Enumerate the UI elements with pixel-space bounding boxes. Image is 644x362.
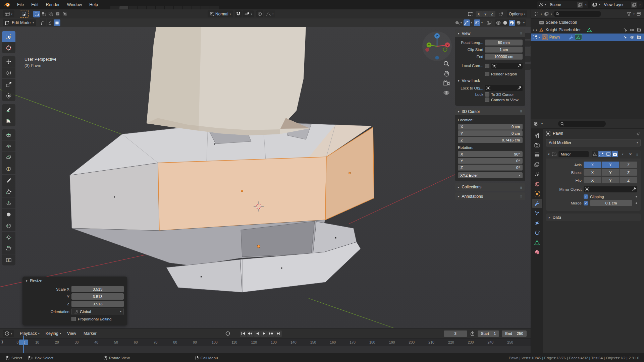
gizmo-x-neg-axis[interactable] — [425, 48, 429, 52]
collapse-icon[interactable]: ▾ — [548, 153, 550, 156]
snap-settings-dropdown[interactable]: ▾ — [243, 10, 254, 17]
hide-eye-icon[interactable] — [630, 28, 635, 32]
tool-shear[interactable] — [2, 243, 15, 254]
add-modifier-button[interactable]: Add Modifier ▾ — [546, 139, 641, 146]
menu-item[interactable]: Help — [86, 0, 102, 9]
mode-dropdown[interactable]: Edit Mode ▾ — [3, 19, 36, 26]
data-subpanel-header[interactable]: ▸ Data — [546, 214, 641, 221]
copy-scene-icon[interactable] — [577, 2, 583, 8]
show-in-viewport-toggle[interactable] — [605, 151, 611, 157]
tool-spin[interactable] — [2, 197, 15, 208]
current-frame-field[interactable]: 3 — [444, 330, 467, 337]
timeline-menu-item[interactable]: Playback▾ — [17, 329, 43, 338]
tab-render[interactable] — [532, 141, 542, 149]
tab-constraints[interactable] — [532, 228, 542, 237]
viewport-menu-item[interactable] — [63, 22, 70, 23]
display-mode-dropdown[interactable] — [533, 11, 539, 17]
tool-shrink-fatten[interactable] — [2, 232, 15, 243]
lock-to-object-field[interactable] — [485, 85, 523, 91]
workspace-tab[interactable] — [174, 6, 183, 9]
cursor-location-field[interactable]: X0 cm — [458, 124, 523, 130]
menu-item[interactable]: File — [13, 0, 28, 9]
eyedropper-icon[interactable] — [632, 187, 636, 191]
breadcrumb-object-name[interactable]: Pawn — [553, 131, 563, 136]
cursor-rotation-field[interactable]: Y0° — [458, 158, 523, 164]
eyedropper-icon[interactable] — [517, 64, 521, 68]
proportional-falloff-dropdown[interactable]: ▾ — [264, 10, 275, 17]
tab-data[interactable] — [532, 238, 542, 247]
sidebar-tab[interactable] — [525, 33, 531, 39]
tool-cursor[interactable] — [2, 42, 15, 53]
collections-panel-header[interactable]: ▸Collections⣿ — [455, 183, 525, 191]
annotations-panel-header[interactable]: ▸Annotations⣿ — [455, 192, 525, 200]
expand-icon[interactable]: ▸ — [536, 28, 538, 32]
workspace-tab[interactable] — [128, 6, 138, 9]
proportional-editing-toggle[interactable] — [256, 10, 263, 17]
tool-edge-slide[interactable] — [2, 220, 15, 231]
tab-physics[interactable] — [532, 219, 542, 227]
vertex-select-icon[interactable] — [40, 19, 46, 26]
remove-view-layer-icon[interactable]: ✕ — [639, 3, 641, 6]
select-invert-icon[interactable] — [54, 11, 61, 17]
select-intersect-icon[interactable] — [61, 11, 68, 17]
shading-solid-icon[interactable] — [502, 20, 508, 26]
selectable-icon[interactable] — [623, 35, 628, 40]
frame-end-field[interactable]: End250 — [502, 330, 527, 337]
expand-chevron-icon[interactable]: ❯ — [1, 340, 4, 344]
local-camera-object-field[interactable] — [491, 63, 523, 69]
animate-dot[interactable] — [636, 196, 637, 197]
workspace-tab[interactable] — [210, 6, 219, 9]
cursor-location-field[interactable]: Y0 cm — [458, 130, 523, 136]
focal-length-field[interactable]: 50 mm — [485, 40, 523, 46]
stopwatch-icon[interactable] — [470, 331, 475, 336]
active-tool-icon[interactable] — [20, 10, 29, 18]
tool-move[interactable] — [2, 56, 15, 67]
viewport-menu-item[interactable] — [83, 22, 90, 23]
sidebar-tab[interactable] — [525, 41, 531, 47]
tool-transform[interactable] — [2, 90, 15, 101]
scene-selector[interactable]: ▾ Scene ✕ — [537, 1, 589, 8]
scale-y-field[interactable]: 3.513 — [71, 293, 124, 300]
next-keyframe-button[interactable] — [268, 330, 275, 337]
copy-view-layer-icon[interactable] — [631, 2, 637, 8]
bisect-z-button[interactable]: Z — [620, 169, 637, 176]
scene-collection-label[interactable]: Scene Collection — [546, 20, 577, 25]
camera-view-icon[interactable] — [443, 80, 450, 86]
workspace-tab[interactable] — [119, 6, 128, 9]
tab-particles[interactable] — [532, 209, 542, 218]
pin-icon[interactable] — [636, 131, 641, 136]
viewport-menu-item[interactable] — [97, 22, 103, 23]
active-object-name[interactable]: Pawn — [549, 35, 560, 40]
expand-icon[interactable]: ▸ — [539, 36, 540, 39]
gizmo-dropdown[interactable]: ▾ — [470, 19, 473, 26]
local-camera-checkbox[interactable] — [485, 64, 489, 68]
editor-type-button[interactable]: ▾ — [3, 10, 14, 17]
cursor-rotation-field[interactable]: X90° — [458, 151, 523, 157]
eyedropper-icon[interactable] — [517, 86, 521, 90]
merge-checkbox[interactable]: ✓ — [584, 201, 588, 205]
jump-to-end-button[interactable] — [275, 330, 282, 337]
transform-orientation-dropdown[interactable]: Normal ▾ — [208, 10, 233, 17]
tab-output[interactable] — [532, 150, 542, 159]
merge-value-field[interactable]: 0.1 cm — [590, 200, 632, 206]
outliner-row-scene-collection[interactable]: Scene Collection — [531, 19, 644, 26]
bisect-x-button[interactable]: X — [584, 169, 601, 176]
tab-object[interactable] — [532, 189, 542, 198]
mirror-x-button[interactable]: X — [476, 11, 482, 17]
select-set-icon[interactable] — [33, 11, 40, 17]
drag-grip-icon[interactable]: ⣿ — [636, 153, 639, 156]
hide-eye-icon[interactable] — [630, 36, 635, 39]
auto-keying-toggle[interactable] — [225, 331, 230, 336]
object-name[interactable]: Knight Placeholder — [545, 27, 581, 32]
flip-y-button[interactable]: Y — [602, 177, 620, 183]
menu-item[interactable]: Window — [63, 0, 86, 9]
tab-tool[interactable] — [532, 131, 542, 140]
filter-icon[interactable] — [626, 11, 632, 17]
cursor-location-field[interactable]: Z0.7416 cm — [458, 137, 523, 143]
animate-dot[interactable] — [636, 202, 637, 204]
playhead-line[interactable] — [23, 336, 24, 353]
orientation-dropdown[interactable]: Global ▾ — [71, 308, 124, 315]
tab-scene[interactable] — [532, 170, 542, 179]
mirror-z-button[interactable]: Z — [489, 11, 495, 17]
overlays-dropdown[interactable]: ▾ — [481, 19, 483, 26]
